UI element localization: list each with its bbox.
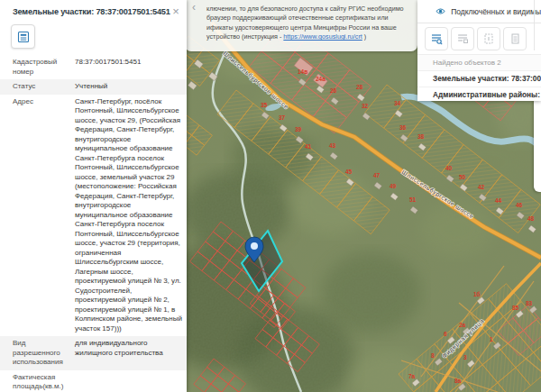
parcel-number: 40 <box>445 165 453 171</box>
list-settings-button[interactable] <box>451 27 474 50</box>
field-value: для индивидуального жилищного строительс… <box>75 339 187 368</box>
field-value: 78:37:0017501:5451 <box>75 58 187 77</box>
collapse-panel-button[interactable]: ‹ <box>192 3 196 12</box>
parcel-number: 42 <box>478 184 485 190</box>
parcel-number: 48 <box>527 215 535 222</box>
parcel-number: 49 <box>390 183 397 189</box>
parcel-number: 8 <box>431 352 435 359</box>
field-label: Адрес <box>0 97 75 334</box>
results-toolbar <box>417 23 541 55</box>
object-card-button[interactable] <box>11 24 35 49</box>
parcel-number: 6 <box>444 331 447 337</box>
parcel-number: 83 <box>526 300 533 306</box>
parcel-number: 45 <box>345 169 353 175</box>
field-label: Фактическая площадь(кв.м.) <box>0 373 75 392</box>
result-item[interactable]: Земельные участки: 78:37:00175 <box>417 71 541 87</box>
field-row: СтатусУчтенный <box>0 79 187 95</box>
notice-line: браузер поддерживающий отечественные сер… <box>206 14 412 23</box>
extent-select-button[interactable] <box>477 27 500 50</box>
parcel-number: 26 <box>330 87 337 94</box>
parcel-number: 8а <box>454 378 462 384</box>
parcel-number: 3 <box>463 354 467 360</box>
found-objects-count: Найдено объектов 2 <box>417 55 541 71</box>
field-row: Фактическая площадь(кв.м.) <box>0 370 187 392</box>
list-icon <box>456 32 469 45</box>
field-label: Статус <box>0 82 75 92</box>
scope-label: Подключённых и видимы <box>451 7 541 16</box>
parcel-number: 41 <box>305 143 312 150</box>
field-value: Учтенный <box>75 82 187 92</box>
object-attributes-panel: Земельные участки: 78:37:0017501:5451 × … <box>0 0 187 392</box>
parcel-number: 34 <box>394 100 401 106</box>
field-row: Кадастровый номер78:37:0017501:5451 <box>0 55 187 79</box>
eye-icon <box>436 7 445 15</box>
parcel-number: 37 <box>279 114 286 121</box>
parcel-number: 47 <box>373 172 381 178</box>
parcel-number: 1б <box>473 291 481 297</box>
parcel-number: 50 <box>459 174 466 180</box>
field-label: Кадастровый номер <box>0 58 75 77</box>
search-in-list-button[interactable] <box>425 27 448 50</box>
parcel-number: 28 <box>356 84 363 90</box>
parcel-number: 43 <box>329 142 336 149</box>
result-groups: Земельные участки: 78:37:00175Администра… <box>417 71 541 101</box>
frame-icon <box>482 32 495 45</box>
notice-line: ификаты удостоверяющего центра Минцифры … <box>206 23 412 32</box>
parcel-number: 38 <box>417 133 425 140</box>
parcel-number: 46 <box>516 202 523 208</box>
attribute-fields: Кадастровый номер78:37:0017501:5451Стату… <box>0 55 187 392</box>
result-item[interactable]: Административные районы: Колп <box>417 87 541 101</box>
parcel-number: 85 <box>512 305 519 311</box>
notice-line: устройство (инструкция - https://www.gos… <box>206 32 412 41</box>
field-row: Вид разрешенного использованиядля индиви… <box>0 336 187 370</box>
parcel-number: 1 <box>490 336 493 342</box>
card-icon <box>17 31 30 43</box>
field-label: Вид разрешенного использования <box>0 339 75 368</box>
parcel-number: 14в <box>298 68 307 75</box>
close-icon[interactable]: × <box>170 5 182 18</box>
layer-scope-dropdown[interactable]: Подключённых и видимы <box>417 0 541 23</box>
field-value: Санкт-Петербург, посёлок Понтонный, Шлис… <box>75 97 187 334</box>
report-button[interactable] <box>503 27 527 50</box>
parcel-number: 36 <box>399 124 407 131</box>
parcel-number: 35 <box>261 102 268 108</box>
parcel-number: 24а <box>316 76 326 82</box>
panel-title: Земельные участки: 78:37:0017501:5451 <box>0 0 187 16</box>
panel-divider <box>534 0 535 50</box>
field-row: АдресСанкт-Петербург, посёлок Понтонный,… <box>0 95 187 337</box>
notice-line: ключении, то для безопасного доступа к с… <box>206 5 412 14</box>
parcel-number: 2а <box>459 322 466 328</box>
list-search-icon <box>430 32 443 45</box>
document-icon <box>509 32 521 45</box>
parcel-number: 32 <box>362 103 369 109</box>
parcel-number: 51 <box>409 196 417 203</box>
parcel-number: 44 <box>495 197 502 204</box>
field-value <box>75 373 187 392</box>
certificate-notice: ‹ ключении, то для безопасного доступа к… <box>185 0 417 51</box>
search-results-panel: Подключённых и видимы <box>417 0 541 101</box>
gosuslugi-link[interactable]: https://www.gosuslugi.ru/crt <box>283 32 362 41</box>
parcel-number: 7а <box>408 373 416 379</box>
parcel-number: 39 <box>295 126 302 132</box>
